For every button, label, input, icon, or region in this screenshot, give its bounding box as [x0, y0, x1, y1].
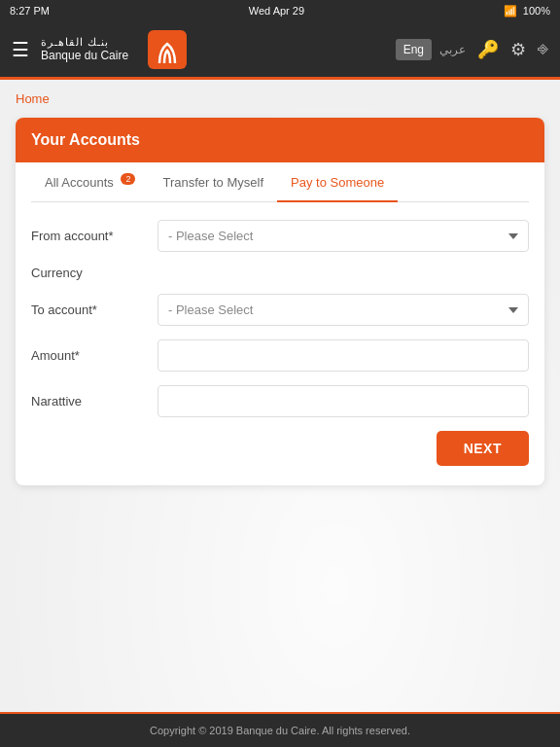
to-account-row: To account* - Please Select	[31, 294, 529, 326]
breadcrumb: Home	[16, 91, 544, 106]
tabs-bar: All Accounts 2 Transfer to Myself Pay to…	[31, 162, 529, 202]
to-account-select[interactable]: - Please Select	[158, 294, 529, 326]
amount-wrapper	[158, 339, 529, 372]
currency-row: Currency	[31, 266, 529, 280]
battery-level: 100%	[523, 5, 550, 17]
wifi-icon: 📶	[504, 5, 517, 18]
tab-transfer-to-myself[interactable]: Transfer to Myself	[149, 163, 277, 201]
key-icon[interactable]: 🔑	[477, 39, 499, 60]
tab-all-accounts-badge: 2	[121, 173, 135, 185]
amount-row: Amount*	[31, 339, 529, 372]
from-account-select[interactable]: - Please Select	[158, 220, 529, 252]
currency-label: Currency	[31, 266, 158, 280]
form-actions: NEXT	[31, 431, 529, 466]
lang-ar-button[interactable]: عربي	[439, 43, 466, 56]
amount-input[interactable]	[158, 339, 529, 372]
from-account-row: From account* - Please Select	[31, 220, 529, 252]
hamburger-menu[interactable]: ☰	[12, 38, 29, 61]
narrative-label: Narattive	[31, 394, 158, 409]
card-title: Your Accounts	[31, 131, 140, 148]
from-account-label: From account*	[31, 229, 158, 243]
from-account-wrapper: - Please Select	[158, 220, 529, 252]
footer: Copyright © 2019 Banque du Caire. All ri…	[0, 712, 560, 747]
narrative-wrapper	[158, 385, 529, 417]
tab-pay-to-someone[interactable]: Pay to Someone	[277, 163, 398, 201]
lang-eng-button[interactable]: Eng	[396, 39, 432, 60]
status-date: Wed Apr 29	[249, 5, 304, 17]
footer-text: Copyright © 2019 Banque du Caire. All ri…	[150, 725, 410, 736]
bank-name-arabic: بنـك القاهـرة	[41, 36, 109, 49]
accounts-card: Your Accounts All Accounts 2 Transfer to…	[16, 118, 544, 485]
bank-logo: بنـك القاهـرة Banque du Caire	[41, 36, 128, 62]
navbar-left: ☰ بنـك القاهـرة Banque du Caire	[12, 30, 187, 69]
navbar-right: Eng عربي 🔑 ⚙ ⎆	[396, 39, 548, 60]
card-body: All Accounts 2 Transfer to Myself Pay to…	[16, 162, 544, 485]
breadcrumb-home[interactable]: Home	[16, 91, 50, 106]
tab-all-accounts[interactable]: All Accounts 2	[31, 162, 149, 201]
gear-icon[interactable]: ⚙	[510, 39, 526, 60]
navbar: ☰ بنـك القاهـرة Banque du Caire Eng عربي…	[0, 21, 560, 80]
narrative-row: Narattive	[31, 385, 529, 417]
status-bar: 8:27 PM Wed Apr 29 📶 100%	[0, 0, 560, 21]
bank-name-latin: Banque du Caire	[41, 49, 128, 62]
status-icons: 📶 100%	[504, 5, 550, 18]
bank-icon-box	[148, 30, 187, 69]
bank-arch-icon	[156, 36, 179, 63]
amount-label: Amount*	[31, 348, 158, 363]
logout-icon[interactable]: ⎆	[538, 39, 548, 59]
card-header: Your Accounts	[16, 118, 544, 162]
narrative-input[interactable]	[158, 385, 529, 417]
next-button[interactable]: NEXT	[437, 431, 529, 466]
content-area: Home Your Accounts All Accounts 2 Transf…	[0, 80, 560, 712]
to-account-wrapper: - Please Select	[158, 294, 529, 326]
to-account-label: To account*	[31, 302, 158, 317]
status-time: 8:27 PM	[10, 5, 50, 17]
